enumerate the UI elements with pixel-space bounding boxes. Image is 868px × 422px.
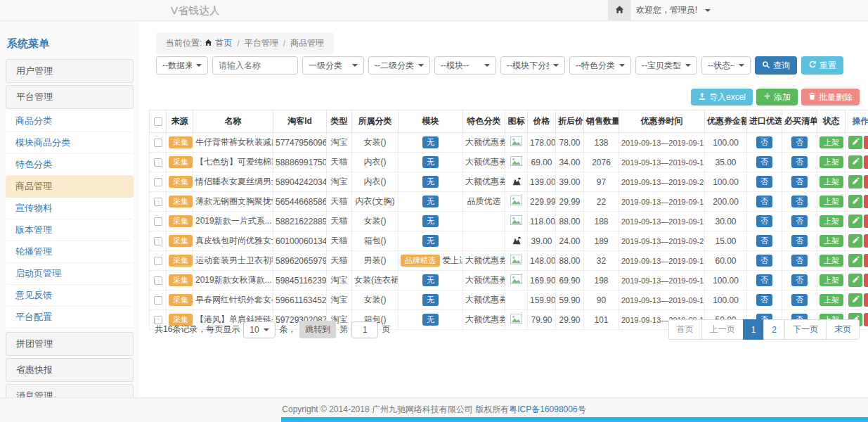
must-buy-toggle[interactable]: 否 bbox=[791, 136, 808, 149]
status-badge[interactable]: 上架 bbox=[820, 274, 843, 287]
batch-delete-button[interactable]: 批量删除 bbox=[801, 89, 860, 106]
import-excel-button[interactable]: 导入excel bbox=[691, 89, 753, 106]
icp-link[interactable]: 粤ICP备16098006号 bbox=[509, 404, 585, 414]
page-size-select[interactable]: 10 bbox=[243, 321, 276, 338]
filter-module-select[interactable]: --模块-- bbox=[434, 56, 496, 75]
coupon-time-cell: 2019-09-13—2019-09-18 bbox=[619, 153, 705, 172]
import-select-toggle[interactable]: 否 bbox=[756, 255, 772, 267]
row-checkbox[interactable] bbox=[154, 257, 162, 265]
row-checkbox[interactable] bbox=[154, 276, 162, 285]
edit-button[interactable] bbox=[848, 293, 862, 307]
edit-button[interactable] bbox=[848, 274, 862, 287]
user-menu[interactable]: 欢迎您，管理员! bbox=[636, 0, 711, 20]
row-checkbox[interactable] bbox=[154, 217, 162, 226]
filter-level1-category-select[interactable]: 一级分类 bbox=[302, 56, 364, 75]
import-select-toggle[interactable]: 否 bbox=[756, 274, 772, 287]
import-select-toggle[interactable]: 否 bbox=[756, 196, 772, 208]
sidebar-item-模块商品分类[interactable]: 模块商品分类 bbox=[6, 132, 134, 154]
sidebar-item-意见反馈[interactable]: 意见反馈 bbox=[6, 285, 134, 307]
sidebar-item-特色分类[interactable]: 特色分类 bbox=[6, 154, 134, 176]
edit-button[interactable] bbox=[848, 175, 862, 188]
must-buy-toggle[interactable]: 否 bbox=[791, 215, 808, 228]
page-button-1[interactable]: 1 bbox=[743, 319, 765, 340]
filter-name-input[interactable] bbox=[212, 56, 298, 75]
edit-button[interactable] bbox=[848, 254, 862, 267]
delete-button[interactable] bbox=[864, 215, 868, 228]
filter-status-select[interactable]: --状态-- bbox=[701, 56, 751, 75]
row-checkbox[interactable] bbox=[154, 178, 162, 186]
sidebar-item-轮播管理[interactable]: 轮播管理 bbox=[6, 241, 134, 263]
delete-button[interactable] bbox=[864, 195, 868, 208]
sidebar-item-启动页管理[interactable]: 启动页管理 bbox=[6, 263, 134, 285]
select-all-checkbox[interactable] bbox=[154, 117, 162, 126]
search-button[interactable]: 查询 bbox=[755, 56, 797, 75]
filter-data-source-select[interactable]: --数据来源-- bbox=[156, 56, 208, 75]
must-buy-toggle[interactable]: 否 bbox=[791, 196, 808, 208]
status-badge[interactable]: 上架 bbox=[820, 176, 843, 188]
import-select-toggle[interactable]: 否 bbox=[756, 156, 772, 169]
import-select-toggle[interactable]: 否 bbox=[756, 235, 772, 248]
edit-button[interactable] bbox=[848, 195, 862, 208]
import-select-toggle[interactable]: 否 bbox=[756, 136, 772, 149]
delete-button[interactable] bbox=[864, 136, 868, 149]
reset-button[interactable]: 重置 bbox=[801, 56, 843, 75]
sidebar-group-拼团管理[interactable]: 拼团管理 bbox=[6, 332, 134, 356]
sidebar-group-用户管理[interactable]: 用户管理 bbox=[6, 59, 134, 83]
page-button-下一页[interactable]: 下一页 bbox=[784, 319, 827, 340]
delete-button[interactable] bbox=[864, 293, 868, 307]
edit-button[interactable] bbox=[848, 234, 862, 248]
import-select-toggle[interactable]: 否 bbox=[756, 294, 772, 307]
type-cell: 天猫 bbox=[327, 192, 352, 212]
status-badge[interactable]: 上架 bbox=[820, 294, 843, 307]
edit-button[interactable] bbox=[848, 155, 862, 169]
page-button-末页[interactable]: 末页 bbox=[826, 319, 860, 340]
delete-button[interactable] bbox=[864, 155, 868, 169]
must-buy-toggle[interactable]: 否 bbox=[791, 156, 808, 169]
delete-button[interactable] bbox=[864, 175, 868, 188]
edit-button[interactable] bbox=[848, 136, 862, 149]
sidebar-item-平台配置[interactable]: 平台配置 bbox=[6, 307, 134, 328]
jump-page-input[interactable] bbox=[351, 321, 378, 338]
must-buy-toggle[interactable]: 否 bbox=[791, 235, 808, 248]
breadcrumb-home-link[interactable]: 首页 bbox=[215, 37, 232, 49]
status-badge[interactable]: 上架 bbox=[820, 196, 843, 208]
row-checkbox[interactable] bbox=[154, 237, 162, 245]
status-badge[interactable]: 上架 bbox=[820, 235, 843, 248]
filter-item-type-select[interactable]: --宝贝类型-- bbox=[635, 56, 697, 75]
row-checkbox[interactable] bbox=[154, 139, 162, 147]
jump-button[interactable]: 跳转到 bbox=[299, 321, 336, 338]
filter-module-sub-category-select[interactable]: --模块下分类-- bbox=[500, 56, 565, 75]
sidebar-item-版本管理[interactable]: 版本管理 bbox=[6, 219, 134, 241]
page-button-2[interactable]: 2 bbox=[763, 319, 785, 340]
must-buy-toggle[interactable]: 否 bbox=[791, 294, 808, 307]
row-checkbox[interactable] bbox=[154, 296, 162, 305]
status-badge[interactable]: 上架 bbox=[820, 156, 843, 169]
page-button-上一页[interactable]: 上一页 bbox=[701, 319, 744, 340]
sidebar-item-商品分类[interactable]: 商品分类 bbox=[6, 110, 134, 132]
sidebar-group-平台管理[interactable]: 平台管理 bbox=[6, 85, 134, 109]
sidebar-group-省惠快报[interactable]: 省惠快报 bbox=[6, 358, 134, 382]
status-badge[interactable]: 上架 bbox=[820, 136, 843, 149]
delete-button[interactable] bbox=[864, 254, 868, 267]
delete-button[interactable] bbox=[864, 313, 868, 326]
delete-button[interactable] bbox=[864, 234, 868, 248]
row-checkbox[interactable] bbox=[154, 198, 162, 206]
row-checkbox[interactable] bbox=[154, 158, 162, 167]
sidebar-item-宣传物料[interactable]: 宣传物料 bbox=[6, 198, 134, 219]
home-button[interactable] bbox=[608, 0, 631, 20]
add-button[interactable]: 添加 bbox=[756, 89, 798, 106]
must-buy-toggle[interactable]: 否 bbox=[791, 255, 808, 267]
import-select-toggle[interactable]: 否 bbox=[756, 215, 772, 228]
delete-button[interactable] bbox=[864, 274, 868, 287]
status-badge[interactable]: 上架 bbox=[820, 215, 843, 228]
must-buy-toggle[interactable]: 否 bbox=[791, 274, 808, 287]
edit-button[interactable] bbox=[848, 215, 862, 228]
filter-level2-category-select[interactable]: --二级分类-- bbox=[368, 56, 430, 75]
page-button-首页[interactable]: 首页 bbox=[668, 319, 702, 340]
must-buy-toggle[interactable]: 否 bbox=[791, 176, 808, 188]
taoke-id-cell: 565446685867 bbox=[273, 192, 327, 212]
sidebar-item-商品管理[interactable]: 商品管理 bbox=[6, 176, 134, 198]
filter-feature-category-select[interactable]: --特色分类-- bbox=[569, 56, 631, 75]
import-select-toggle[interactable]: 否 bbox=[756, 176, 772, 188]
status-badge[interactable]: 上架 bbox=[820, 255, 843, 267]
